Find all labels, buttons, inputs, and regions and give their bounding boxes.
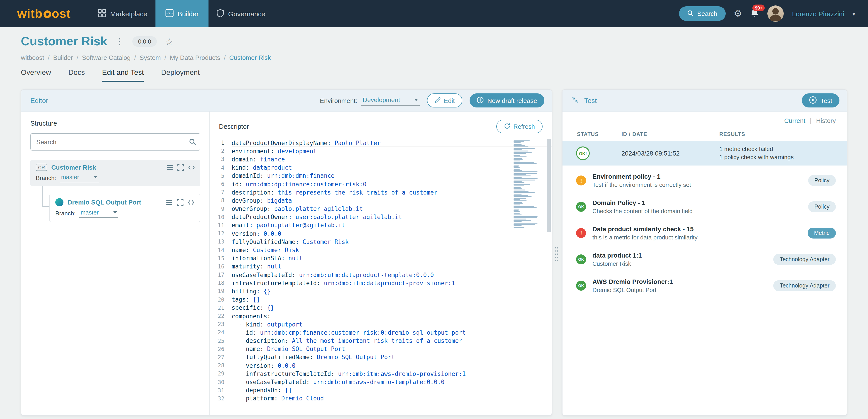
nav-item-builder[interactable]: </> Builder bbox=[155, 0, 209, 27]
tab-deployment[interactable]: Deployment bbox=[161, 68, 200, 82]
check-row[interactable]: !Data product similarity check - 15this … bbox=[562, 220, 847, 246]
collapse-icon[interactable] bbox=[571, 96, 579, 105]
code-line[interactable]: 3domain: finance bbox=[210, 155, 552, 163]
nav-item-marketplace[interactable]: Marketplace bbox=[90, 0, 155, 27]
code-line[interactable]: 16maturity: null bbox=[210, 263, 552, 271]
code-line[interactable]: 10dataProductOwner: user:paolo.platter_a… bbox=[210, 213, 552, 221]
code-line[interactable]: 9ownerGroup: paolo.platter_agilelab.it bbox=[210, 205, 552, 213]
code-line[interactable]: 15informationSLA: null bbox=[210, 254, 552, 262]
list-icon[interactable] bbox=[166, 164, 173, 171]
code-line[interactable]: 29 infrastructureTemplateId: urn:dmb:itm… bbox=[210, 370, 552, 378]
node-name[interactable]: Customer Risk bbox=[51, 164, 96, 171]
witboost-logo[interactable]: witbost bbox=[17, 7, 71, 21]
code-line[interactable]: 7description: this represents the risk t… bbox=[210, 188, 552, 196]
nav-item-governance[interactable]: Governance bbox=[209, 0, 273, 27]
code-line[interactable]: 32 platform: Dremio Cloud bbox=[210, 394, 552, 403]
user-name[interactable]: Lorenzo Pirazzini bbox=[792, 10, 844, 18]
search-button[interactable]: Search bbox=[679, 6, 725, 21]
code-line[interactable]: 5domainId: urn:dmb:dmn:finance bbox=[210, 172, 552, 180]
code-text: ownerGroup: paolo.platter_agilelab.it bbox=[231, 205, 552, 212]
check-row[interactable]: !Environment policy - 1Test if the envir… bbox=[562, 167, 847, 193]
minimap-line bbox=[514, 149, 522, 150]
check-row[interactable]: OKdata product 1:1Customer RiskTechnolog… bbox=[562, 246, 847, 272]
code-line[interactable]: 11email: paolo.platter@agilelab.it bbox=[210, 221, 552, 230]
check-row[interactable]: OKAWS Dremio Provisioner:1Dremio SQL Out… bbox=[562, 272, 847, 299]
tab-current[interactable]: Current bbox=[784, 117, 805, 124]
breadcrumb-item[interactable]: Software Catalog bbox=[82, 54, 130, 61]
minimap-line bbox=[514, 187, 521, 187]
code-line[interactable]: 23 - kind: outputport bbox=[210, 320, 552, 328]
code-line[interactable]: 24 id: urn:dmb:cmp:finance:customer-risk… bbox=[210, 329, 552, 337]
focus-icon[interactable] bbox=[177, 199, 184, 206]
list-icon[interactable] bbox=[166, 199, 173, 206]
tab-docs[interactable]: Docs bbox=[68, 68, 85, 82]
focus-icon[interactable] bbox=[177, 164, 184, 171]
line-number: 22 bbox=[210, 313, 231, 319]
code-line[interactable]: 8devGroup: bigdata bbox=[210, 197, 552, 205]
breadcrumb-item[interactable]: Builder bbox=[53, 54, 73, 61]
star-favorite-icon[interactable]: ☆ bbox=[165, 36, 174, 47]
code-line[interactable]: 17useCaseTemplateId: urn:dmb:utm:datapro… bbox=[210, 271, 552, 279]
code-line[interactable]: 19billing: {} bbox=[210, 287, 552, 295]
breadcrumb-item[interactable]: witboost bbox=[21, 54, 44, 61]
code-line[interactable]: 1dataProductOwnerDisplayName: Paolo Plat… bbox=[210, 139, 552, 147]
code-line[interactable]: 26 name: Dremio SQL Output Port bbox=[210, 345, 552, 353]
code-line[interactable]: 28 version: 0.0.0 bbox=[210, 361, 552, 369]
breadcrumb-item[interactable]: My Data Products bbox=[170, 54, 220, 61]
run-ok-status-icon: OK! bbox=[576, 147, 590, 160]
code-line[interactable]: 21specific: {} bbox=[210, 304, 552, 312]
tab-edit-and-test[interactable]: Edit and Test bbox=[102, 68, 144, 82]
code-line[interactable]: 14name: Customer Risk bbox=[210, 246, 552, 254]
tree-node-customer-risk[interactable]: CR Customer Risk Branch: bbox=[30, 160, 200, 186]
panel-resize-handle[interactable] bbox=[555, 246, 558, 262]
test-run-row[interactable]: OK! 2024/03/28 09:51:52 1 metric check f… bbox=[562, 141, 847, 166]
breadcrumb-item[interactable]: System bbox=[140, 54, 161, 61]
kebab-menu-icon[interactable]: ⋮ bbox=[115, 36, 124, 47]
check-tag-chip: Technology Adapter bbox=[773, 280, 836, 291]
tree-node-dremio-sql-output-port[interactable]: Dremio SQL Output Port Branch: bbox=[50, 193, 200, 222]
scrollbar-thumb[interactable] bbox=[547, 139, 551, 232]
minimap[interactable] bbox=[514, 140, 545, 228]
code-line[interactable]: 31 dependsOn: [] bbox=[210, 386, 552, 394]
environment-select[interactable]: Development bbox=[361, 95, 420, 106]
code-line[interactable]: 6id: urn:dmb:dp:finance:customer-risk:0 bbox=[210, 180, 552, 188]
code-line[interactable]: 27 fullyQualifiedName: Dremio SQL Output… bbox=[210, 353, 552, 361]
code-line[interactable]: 13fullyQualifiedName: Customer Risk bbox=[210, 238, 552, 246]
search-input[interactable] bbox=[30, 133, 200, 151]
nav-label: Governance bbox=[228, 10, 265, 18]
tab-overview[interactable]: Overview bbox=[21, 68, 51, 82]
minimap-line bbox=[514, 212, 520, 212]
minimap-line bbox=[514, 152, 532, 153]
node-name[interactable]: Dremio SQL Output Port bbox=[67, 199, 141, 206]
branch-select[interactable]: master bbox=[60, 174, 99, 182]
edit-button[interactable]: Edit bbox=[427, 93, 462, 108]
code-line[interactable]: 25 description: All the most important r… bbox=[210, 337, 552, 345]
page-tabs: OverviewDocsEdit and TestDeployment bbox=[21, 68, 847, 82]
code-line[interactable]: 22components: bbox=[210, 312, 552, 320]
column-id-date: ID / DATE bbox=[621, 131, 719, 137]
code-icon[interactable] bbox=[188, 199, 194, 206]
code-line[interactable]: 20tags: [] bbox=[210, 295, 552, 304]
refresh-button[interactable]: Refresh bbox=[496, 120, 542, 133]
title-row: Customer Risk ⋮ 0.0.0 ☆ bbox=[21, 34, 847, 49]
branch-select[interactable]: master bbox=[79, 209, 118, 218]
breadcrumb-item[interactable]: Customer Risk bbox=[229, 54, 271, 61]
descriptor-code-editor[interactable]: 1dataProductOwnerDisplayName: Paolo Plat… bbox=[210, 139, 552, 415]
code-line[interactable]: 2environment: development bbox=[210, 147, 552, 155]
user-avatar[interactable] bbox=[768, 5, 784, 22]
chevron-down-icon[interactable]: ▾ bbox=[852, 10, 855, 17]
run-test-button[interactable]: Test bbox=[802, 93, 839, 108]
code-line[interactable]: 4kind: dataproduct bbox=[210, 163, 552, 172]
code-text: description: this represents the risk tr… bbox=[231, 189, 552, 196]
code-line[interactable]: 30 useCaseTemplateId: urn:dmb:utm:aws-dr… bbox=[210, 378, 552, 386]
line-number: 29 bbox=[210, 371, 231, 377]
main-nav: Marketplace </> Builder Governance bbox=[90, 0, 273, 27]
code-line[interactable]: 12version: 0.0.0 bbox=[210, 230, 552, 238]
code-icon[interactable] bbox=[188, 164, 195, 171]
notifications-bell[interactable]: 99+ bbox=[750, 8, 760, 19]
code-line[interactable]: 18infrastructureTemplateId: urn:dmb:itm:… bbox=[210, 279, 552, 287]
check-row[interactable]: OKDomain Policy - 1Checks the content of… bbox=[562, 193, 847, 220]
tab-history[interactable]: History bbox=[816, 117, 836, 124]
settings-gear-icon[interactable]: ⚙ bbox=[734, 8, 742, 19]
new-draft-release-button[interactable]: New draft release bbox=[470, 93, 545, 108]
